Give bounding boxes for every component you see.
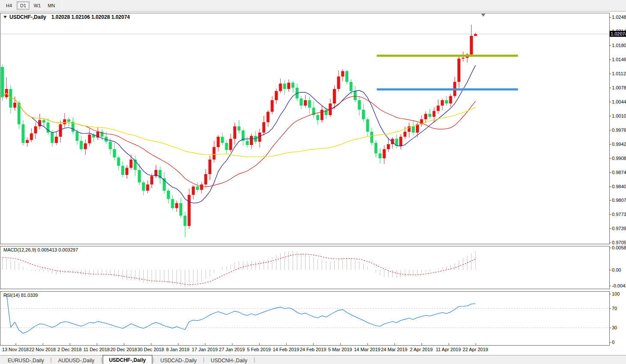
macd-plot[interactable]: [0, 246, 610, 289]
price-axis-label: 1.00100: [612, 113, 626, 118]
date-axis-label: 24 Feb 2019: [300, 347, 326, 352]
candle-body: [279, 83, 282, 91]
candle-body: [76, 132, 79, 141]
candle-body: [88, 135, 91, 143]
candle-body: [42, 120, 45, 123]
candle-body: [449, 96, 452, 103]
candle-body: [55, 137, 58, 143]
rsi-plot[interactable]: [0, 291, 610, 346]
chart-tab-usdcnh[interactable]: USDCNH-,Daily: [205, 356, 253, 364]
date-axis-label: 14 Feb 2019: [273, 347, 299, 352]
candle-body: [146, 184, 149, 191]
price-axis-label: 1.01460: [612, 57, 626, 62]
candle-body: [30, 133, 33, 140]
date-axis-label: 2 Apr 2019: [410, 347, 433, 352]
date-axis-label: 11 Dec 2018: [83, 347, 110, 352]
chart-tab-audusd[interactable]: AUDUSD-,Daily: [52, 356, 101, 364]
macd-axis-label: 0.00: [612, 267, 621, 272]
candle-body: [262, 122, 265, 133]
candle-body: [267, 112, 270, 122]
date-axis-label: 30 Dec 2018: [137, 347, 164, 352]
date-axis-label: 17 Jan 2019: [192, 347, 218, 352]
candle-body: [167, 191, 170, 199]
candle-body: [130, 160, 133, 168]
date-axis-label: 13 Nov 2018: [2, 347, 29, 352]
chart-tab-usdcad[interactable]: USDCAD-,Daily: [154, 356, 203, 364]
candle-body: [246, 141, 249, 145]
candle-body: [316, 115, 319, 120]
candle-body: [217, 137, 220, 147]
date-axis: 13 Nov 201822 Nov 20182 Dec 201811 Dec 2…: [0, 346, 609, 354]
toolbar-divider: [62, 1, 62, 10]
timeframe-button-h4[interactable]: H4: [3, 1, 15, 10]
candle-body: [457, 59, 460, 82]
candle-body: [300, 98, 303, 106]
candle-body: [196, 186, 199, 190]
candle-body: [362, 110, 365, 119]
candle-body: [283, 83, 286, 89]
date-axis-label: 24 Mar 2019: [381, 347, 407, 352]
date-axis-label: 27 Jan 2019: [219, 347, 245, 352]
candle-body: [271, 100, 274, 112]
candle-body: [445, 100, 448, 104]
rsi-panel: RSI(14) 81.0339 10070300: [0, 291, 626, 346]
candle-body: [424, 114, 427, 119]
chart-tab-usdchf[interactable]: USDCHF-,Daily: [103, 355, 152, 364]
candle-body: [229, 139, 232, 150]
rsi-axis-label: 70: [612, 306, 617, 311]
candle-body: [142, 182, 145, 190]
candle-body: [379, 153, 382, 158]
candle-body: [474, 34, 477, 36]
price-chart-plot[interactable]: [0, 13, 610, 244]
candle-body: [192, 186, 195, 195]
candle-body: [221, 137, 224, 143]
candle-body: [150, 176, 153, 184]
candle-body: [387, 144, 390, 149]
price-axis-label: 1.01800: [612, 43, 626, 48]
date-axis-label: 5 Mar 2019: [328, 347, 352, 352]
candle-body: [63, 119, 66, 124]
date-axis-label: 5 Feb 2019: [247, 347, 271, 352]
candle-body: [350, 82, 353, 91]
candle-body: [26, 140, 29, 143]
candle-body: [441, 100, 444, 106]
date-axis-label: 14 Mar 2019: [354, 347, 380, 352]
candle-body: [416, 124, 419, 133]
candle-body: [403, 132, 406, 137]
timeframe-button-mn[interactable]: MN: [45, 1, 58, 10]
macd-panel: MACD(12,26,9) 0.005413 0.003297 0.005873…: [0, 246, 626, 289]
candle-body: [200, 184, 203, 190]
price-axis-label: 0.98740: [612, 170, 626, 175]
candle-body: [13, 103, 16, 108]
candle-body: [117, 157, 120, 166]
candle-body: [374, 143, 377, 153]
date-axis-label: 11 Apr 2019: [436, 347, 461, 352]
timeframe-button-d1[interactable]: D1: [17, 1, 30, 10]
candle-body: [171, 199, 174, 208]
candle-body: [175, 203, 178, 208]
candle-body: [208, 160, 211, 174]
candle-body: [84, 143, 87, 149]
candle-body: [237, 126, 240, 130]
rsi-axis-label: 30: [612, 325, 617, 330]
expand-arrow-icon[interactable]: [3, 16, 7, 18]
chart-tab-eurusd[interactable]: EURUSD-,Daily: [2, 356, 50, 364]
candle-body: [275, 91, 278, 100]
main-chart-panel: USDCHF-,Daily1.02028 1.02106 1.02028 1.0…: [0, 13, 626, 244]
candle-body: [399, 137, 402, 146]
candle-body: [333, 89, 336, 104]
rsi-axis-label: 0: [612, 340, 614, 345]
candle-body: [304, 100, 307, 106]
chart-title: USDCHF-,Daily1.02028 1.02106 1.02028 1.0…: [3, 14, 130, 20]
price-axis-label: 1.00780: [612, 85, 626, 90]
price-axis-label: 1.01120: [612, 71, 626, 76]
candle-body: [383, 149, 386, 158]
timeframe-button-w1[interactable]: W1: [31, 1, 44, 10]
candle-body: [428, 114, 431, 117]
candle-body: [437, 106, 440, 111]
candle-body: [159, 170, 162, 178]
rsi-label: RSI(14) 81.0339: [3, 293, 38, 298]
candle-body: [184, 216, 187, 226]
candle-body: [358, 100, 361, 109]
price-axis-label: 0.98400: [612, 184, 626, 189]
